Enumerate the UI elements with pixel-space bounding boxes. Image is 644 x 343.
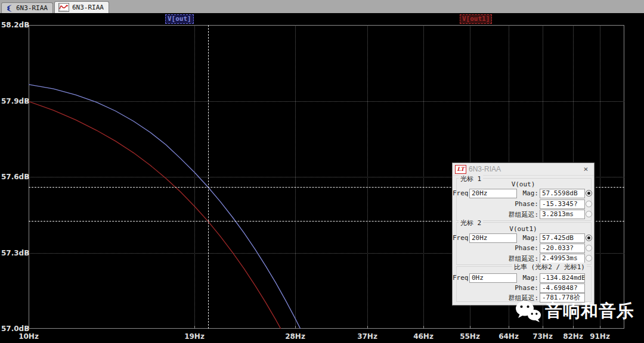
wechat-icon [515, 300, 541, 323]
y-tick-label: 57.3dB [1, 249, 27, 257]
cursor1-phase-value: -15.3345? [540, 199, 585, 209]
cursor2-mag-radio[interactable] [586, 235, 592, 241]
dialog-title: 6N3-RIAA [469, 165, 501, 173]
x-tick-label: 64Hz [499, 332, 519, 341]
cursor2-phase-radio[interactable] [586, 245, 592, 251]
cursor1-mag-value: 57.5598dB [540, 189, 585, 198]
ratio-mag-value: -134.824mdB [540, 273, 585, 283]
cursor-vline[interactable] [208, 25, 209, 329]
tab-label: 6N3-RIAA [72, 4, 104, 11]
tab-waveform[interactable]: 6N3-RIAA [54, 1, 109, 13]
watermark-text: 音响和音乐 [545, 300, 634, 323]
x-tick-label: 19Hz [184, 332, 205, 341]
x-tick-label: 91Hz [590, 332, 610, 341]
cursor2-phase-value: -20.033? [540, 244, 585, 253]
freq-label: Freq: [453, 189, 468, 197]
group-delay-label: 群组延迟: [476, 254, 538, 263]
group-delay-label: 群组延迟: [476, 210, 538, 219]
y-tick-label: 57.6dB [1, 173, 27, 181]
close-icon[interactable]: × [581, 164, 590, 173]
lt-logo-icon: LT [455, 165, 466, 174]
mag-label: Mag: [515, 189, 538, 197]
mag-label: Mag: [515, 234, 538, 242]
x-tick-label: 37Hz [357, 332, 377, 341]
phase-label: Phase: [515, 284, 538, 292]
cursor1-freq-input[interactable]: 20Hz [469, 189, 517, 198]
x-tick-label: 55Hz [460, 332, 480, 341]
schematic-icon [5, 4, 13, 13]
x-tick-label: 73Hz [532, 332, 553, 341]
watermark: 音响和音乐 [515, 300, 634, 323]
ratio-phase-value: -4.69848? [540, 283, 585, 293]
cursor1-gd-radio[interactable] [586, 211, 592, 217]
x-tick-label: 46Hz [413, 332, 434, 341]
y-tick-label: 58.2dB [1, 21, 27, 29]
tab-label: 6N3-RIAA [16, 4, 48, 12]
cursor2-signal: V(out1) [453, 225, 594, 233]
freq-label: Freq: [453, 274, 468, 282]
ltspice-window: 6N3-RIAA 6N3-RIAA 10Hz19Hz28Hz37Hz46Hz55… [0, 0, 644, 343]
cursor-dialog[interactable]: LT 6N3-RIAA × 光标 1 V(out) Freq: 20Hz Mag… [452, 163, 595, 305]
cursor2-gd-value: 2.49953ms [540, 254, 585, 263]
tab-schematic[interactable]: 6N3-RIAA [1, 2, 53, 13]
phase-label: Phase: [515, 244, 538, 252]
cursor1-mag-radio[interactable] [586, 190, 592, 197]
cursor1-phase-radio[interactable] [586, 201, 592, 207]
cursor2-mag-value: 57.425dB [540, 233, 585, 243]
trace-label-vout[interactable]: V[out] [165, 14, 194, 24]
x-tick-label: 10Hz [18, 332, 39, 341]
cursor2-freq-input[interactable]: 20Hz [469, 233, 517, 243]
phase-label: Phase: [515, 200, 538, 208]
dialog-titlebar[interactable]: LT 6N3-RIAA × [453, 163, 594, 176]
tab-bar: 6N3-RIAA 6N3-RIAA [0, 0, 644, 14]
cursor2-gd-radio[interactable] [586, 255, 592, 261]
y-tick-label: 57.9dB [1, 97, 27, 105]
y-tick-label: 57.0dB [1, 325, 27, 333]
x-tick-label: 82Hz [563, 332, 583, 341]
mag-label: Mag: [515, 274, 538, 282]
ratio-header: 比率 (光标2 / 光标1) [512, 263, 587, 272]
cursor1-signal: V(out) [453, 180, 594, 188]
cursor1-gd-value: 3.2813ms [540, 210, 585, 219]
waveform-icon [58, 3, 69, 12]
x-tick-label: 28Hz [285, 332, 305, 341]
freq-label: Freq: [453, 234, 468, 242]
trace-V(out1)[interactable] [29, 101, 295, 329]
trace-label-vout1[interactable]: V[out1] [460, 14, 492, 24]
trace-V(out)[interactable] [29, 85, 304, 329]
ratio-freq-input[interactable]: 0Hz [469, 273, 517, 283]
